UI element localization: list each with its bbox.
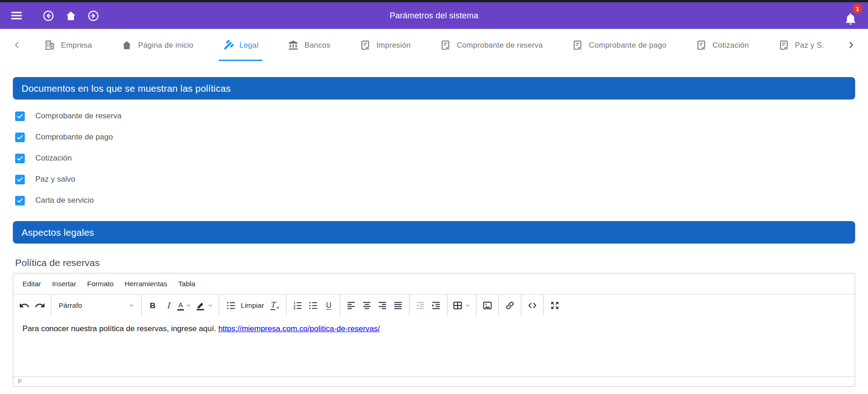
policy-link[interactable]: https://miempresa.com.co/politica-de-res… xyxy=(218,324,380,333)
tab-comprobante-de-pago[interactable]: Comprobante de pago xyxy=(568,29,670,61)
indent-button[interactable] xyxy=(428,298,444,313)
menu-herramientas[interactable]: Herramientas xyxy=(121,277,171,290)
tab-cotizacion[interactable]: Cotización xyxy=(692,29,753,61)
image-icon xyxy=(482,300,493,311)
tab-comprobante-de-reserva[interactable]: Comprobante de reserva xyxy=(436,29,547,61)
toolbar-group: LimpiarT× xyxy=(219,294,286,316)
glyph-subscript: × xyxy=(276,305,279,310)
toolbar-group: U xyxy=(286,294,340,316)
tabs-scroll-left-button[interactable] xyxy=(9,35,25,55)
tab-paz-y-s[interactable]: Paz y S. xyxy=(774,29,828,61)
paragraph-format-select[interactable]: Párrafo xyxy=(55,298,138,313)
checkbox-row: Cotización xyxy=(15,148,855,169)
tab-bar: EmpresaPágina de inicioLegalBancosImpres… xyxy=(0,29,868,61)
toolbar-group xyxy=(447,294,476,316)
align-justify-button[interactable] xyxy=(390,298,406,313)
section-header-text: Aspectos legales xyxy=(22,227,94,238)
redo-button[interactable] xyxy=(32,298,48,313)
clean-button[interactable]: Limpiar xyxy=(222,298,267,313)
tab-label: Bancos xyxy=(304,41,331,50)
check-icon xyxy=(16,155,24,162)
tab-impresion[interactable]: Impresión xyxy=(356,29,415,61)
arrow-circle-right-icon xyxy=(87,10,100,22)
arrow-circle-left-icon xyxy=(42,10,55,22)
toolbar-group xyxy=(498,294,521,316)
bullet-list-icon xyxy=(308,300,319,311)
editor-paragraph: Para conocer nuestra política de reserva… xyxy=(22,323,846,334)
align-center-icon xyxy=(361,300,372,311)
numbered-list-button[interactable] xyxy=(290,298,305,313)
checkbox-row: Comprobante de pago xyxy=(15,127,855,148)
table-button[interactable] xyxy=(451,298,473,313)
screen: Parámetros del sistema 1 EmpresaPágina d… xyxy=(0,0,868,387)
align-right-button[interactable] xyxy=(375,298,390,313)
bold-button[interactable]: B xyxy=(145,298,160,313)
highlight-color-button[interactable] xyxy=(194,298,216,313)
table-icon xyxy=(452,300,463,311)
align-left-button[interactable] xyxy=(343,298,359,313)
checkbox-cotizacion[interactable] xyxy=(15,154,25,163)
menu-icon xyxy=(10,9,23,22)
rich-text-editor: EditarInsertarFormatoHerramientasTabla P… xyxy=(13,273,855,387)
undo-button[interactable] xyxy=(17,298,32,313)
home-icon xyxy=(65,10,77,22)
toolbar-group xyxy=(521,294,543,316)
menu-formato[interactable]: Formato xyxy=(83,277,118,290)
toolbar-group: Párrafo xyxy=(51,294,141,316)
tab-legal[interactable]: Legal xyxy=(219,29,262,61)
checkbox-label: Comprobante de pago xyxy=(35,133,113,142)
indent-icon xyxy=(431,300,442,311)
dropdown-label: Párrafo xyxy=(59,301,82,310)
bell-icon xyxy=(844,12,857,26)
menu-tabla[interactable]: Tabla xyxy=(174,277,199,290)
italic-button[interactable]: I xyxy=(160,298,176,313)
tab-bancos[interactable]: Bancos xyxy=(284,29,334,61)
notification-badge: 1 xyxy=(852,4,862,14)
tab-pagina-de-inicio[interactable]: Página de inicio xyxy=(117,29,197,61)
tab-empresa[interactable]: Empresa xyxy=(40,29,96,61)
tab-label: Comprobante de pago xyxy=(589,41,666,50)
clear-formatting-button[interactable]: T× xyxy=(267,298,283,313)
align-right-icon xyxy=(377,300,388,311)
checkbox-comprobante-de-pago[interactable] xyxy=(15,133,25,142)
text-color-button[interactable]: A xyxy=(176,298,194,313)
insert-image-button[interactable] xyxy=(480,298,495,313)
tab-label: Legal xyxy=(239,41,259,50)
section-header-documents: Documentos en los que se muestran las po… xyxy=(13,77,855,100)
checkbox-comprobante-de-reserva[interactable] xyxy=(15,111,25,121)
element-path[interactable]: P xyxy=(18,378,22,385)
underline-button[interactable]: U xyxy=(321,298,337,313)
editor-text: Para conocer nuestra política de reserva… xyxy=(22,324,218,333)
home-button[interactable] xyxy=(61,6,81,26)
fullscreen-button[interactable] xyxy=(547,298,563,313)
numbered-list-icon xyxy=(292,300,303,311)
outdent-button[interactable] xyxy=(413,298,428,313)
tabs-scroll-right-button[interactable] xyxy=(843,35,859,55)
tab-label: Paz y S. xyxy=(795,41,824,50)
button-label: Limpiar xyxy=(241,301,264,310)
glyph-underline: U xyxy=(326,302,332,309)
checkbox-label: Paz y salvo xyxy=(35,175,75,184)
checkbox-paz-y-salvo[interactable] xyxy=(15,175,25,184)
glyph-bold: B xyxy=(150,302,155,310)
source-code-button[interactable] xyxy=(525,298,540,313)
checkbox-label: Comprobante de reserva xyxy=(35,111,122,121)
toolbar-group xyxy=(476,294,498,316)
chevron-right-icon xyxy=(846,40,856,50)
editor-menubar: EditarInsertarFormatoHerramientasTabla xyxy=(13,273,855,294)
menu-button[interactable] xyxy=(6,6,27,26)
fullscreen-icon xyxy=(549,300,560,311)
notifications-button[interactable]: 1 xyxy=(840,5,862,27)
forward-button[interactable] xyxy=(83,6,103,26)
checkbox-label: Carta de servicio xyxy=(35,196,94,205)
glyph-italic: I xyxy=(167,302,170,310)
menu-insertar[interactable]: Insertar xyxy=(48,277,81,290)
toolbar-group xyxy=(409,294,447,316)
checkbox-carta-de-servicio[interactable] xyxy=(15,196,25,205)
align-center-button[interactable] xyxy=(359,298,375,313)
insert-link-button[interactable] xyxy=(502,298,518,313)
bullet-list-button[interactable] xyxy=(305,298,321,313)
editor-content[interactable]: Para conocer nuestra política de reserva… xyxy=(13,316,855,377)
menu-editar[interactable]: Editar xyxy=(18,277,45,290)
back-button[interactable] xyxy=(38,6,58,26)
